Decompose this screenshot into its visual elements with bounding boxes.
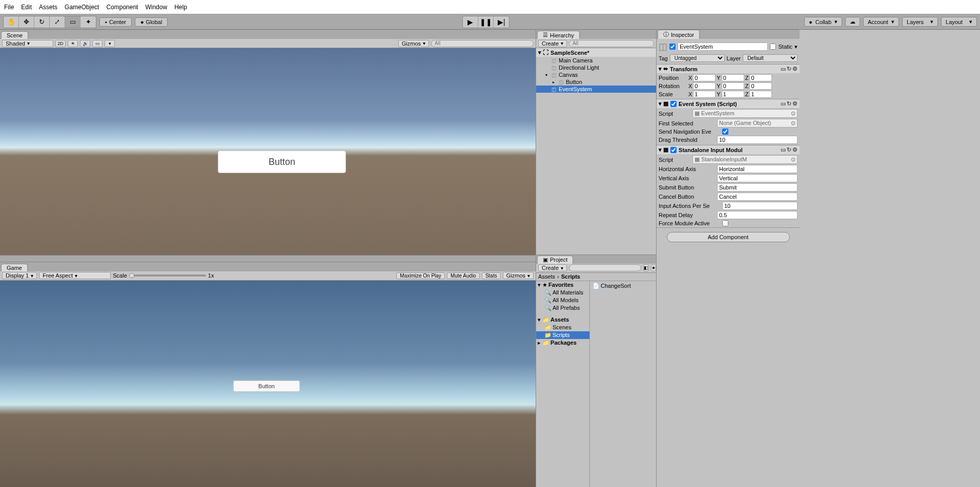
cloud-button[interactable]: ☁ bbox=[845, 17, 860, 27]
project-create[interactable]: Create ▾ bbox=[538, 264, 567, 271]
hierarchy-item-canvas[interactable]: ▾◫Canvas bbox=[536, 71, 656, 78]
2d-toggle[interactable]: 2D bbox=[55, 40, 66, 47]
scenes-folder[interactable]: 📁 Scenes bbox=[536, 324, 589, 331]
pos-x[interactable] bbox=[693, 74, 716, 81]
transform-tool[interactable]: ✦ bbox=[80, 16, 96, 28]
lighting-toggle[interactable]: ☀ bbox=[68, 40, 78, 47]
active-checkbox[interactable] bbox=[669, 44, 676, 50]
script-field[interactable]: ▦ EventSystem⊙ bbox=[692, 109, 798, 118]
project-asset-changesort[interactable]: 📄 ChangeSort bbox=[591, 282, 655, 290]
account-dropdown[interactable]: Account ▾ bbox=[863, 17, 899, 27]
scale-x[interactable] bbox=[693, 91, 716, 98]
menu-file[interactable]: File bbox=[4, 4, 14, 11]
menu-component[interactable]: Component bbox=[106, 4, 138, 11]
eventsystem-header[interactable]: ▾ ▦ Event System (Script)▭ ↻ ⚙ bbox=[657, 99, 800, 108]
scale-z[interactable] bbox=[749, 91, 772, 98]
layer-dropdown[interactable]: Default bbox=[743, 54, 798, 62]
effects-toggle[interactable]: ▭ bbox=[92, 40, 103, 47]
pivot-center-toggle[interactable]: ▪ Center bbox=[99, 17, 132, 27]
gear-icon[interactable]: ⚙ bbox=[792, 66, 798, 72]
stats-toggle[interactable]: Stats bbox=[482, 272, 501, 279]
display-dropdown[interactable]: Display 1 ▾ bbox=[2, 272, 37, 279]
inputmodule-header[interactable]: ▾ ▦ Standalone Input Modul▭ ↻ ⚙ bbox=[657, 145, 800, 154]
scene-tab[interactable]: Scene bbox=[1, 31, 28, 39]
scene-view[interactable]: Button bbox=[0, 48, 536, 255]
collab-dropdown[interactable]: ● Collab ▾ bbox=[804, 17, 842, 27]
actions-input[interactable] bbox=[722, 202, 798, 210]
project-tab[interactable]: ▣ Project bbox=[537, 256, 573, 264]
shading-mode-dropdown[interactable]: Shaded ▾ bbox=[2, 40, 53, 47]
reset-icon[interactable]: ↻ bbox=[787, 146, 791, 153]
menu-gameobject[interactable]: GameObject bbox=[65, 4, 99, 11]
layers-dropdown[interactable]: Layers ▾ bbox=[902, 17, 938, 27]
hierarchy-item-light[interactable]: ◫Directional Light bbox=[536, 64, 656, 71]
maximize-toggle[interactable]: Maximize On Play bbox=[396, 272, 445, 279]
scripts-folder[interactable]: 📁 Scripts bbox=[536, 331, 589, 339]
favorites-folder[interactable]: ▾ ★ Favorites bbox=[536, 281, 589, 289]
gear-icon[interactable]: ⚙ bbox=[792, 146, 798, 153]
game-gizmos-dropdown[interactable]: Gizmos ▾ bbox=[503, 272, 534, 279]
hierarchy-tab[interactable]: ☰ Hierarchy bbox=[537, 31, 580, 39]
transform-header[interactable]: ▾ ⬌ Transform▭ ↻ ⚙ bbox=[657, 65, 800, 73]
game-tab[interactable]: Game bbox=[1, 264, 28, 271]
submit-input[interactable] bbox=[717, 183, 798, 192]
inputmodule-enable[interactable] bbox=[670, 147, 677, 153]
script-field-2[interactable]: ▦ StandaloneInputM⊙ bbox=[692, 155, 798, 164]
gizmos-dropdown[interactable]: Gizmos ▾ bbox=[398, 40, 429, 47]
rotate-tool[interactable]: ↻ bbox=[34, 16, 50, 28]
scene-canvas-button[interactable]: Button bbox=[218, 151, 346, 173]
breadcrumb-scripts[interactable]: Scripts bbox=[561, 273, 580, 280]
assets-folder[interactable]: ▾ 📁 Assets bbox=[536, 316, 589, 324]
pos-z[interactable] bbox=[749, 74, 772, 81]
gizmos-extra[interactable]: ▾ bbox=[105, 40, 115, 47]
cancel-input[interactable] bbox=[717, 193, 798, 201]
project-filter-1[interactable]: ◧ bbox=[643, 264, 649, 271]
pause-button[interactable]: ❚❚ bbox=[478, 16, 494, 28]
eventsystem-enable[interactable] bbox=[670, 101, 677, 107]
step-button[interactable]: ▶| bbox=[494, 16, 509, 28]
help-icon[interactable]: ▭ bbox=[781, 66, 786, 72]
v-axis-input[interactable] bbox=[717, 174, 798, 182]
scale-tool[interactable]: ⤢ bbox=[50, 16, 65, 28]
menu-help[interactable]: Help bbox=[174, 4, 187, 11]
add-component-button[interactable]: Add Component bbox=[667, 232, 790, 242]
drag-threshold-input[interactable] bbox=[717, 136, 798, 144]
gameobject-name-input[interactable] bbox=[678, 43, 768, 51]
game-canvas-button[interactable]: Button bbox=[233, 380, 300, 392]
menu-edit[interactable]: Edit bbox=[21, 4, 32, 11]
hierarchy-item-eventsystem[interactable]: ◫EventSystem bbox=[536, 86, 656, 93]
project-search[interactable] bbox=[569, 264, 641, 271]
play-button[interactable]: ▶ bbox=[463, 16, 478, 28]
aspect-dropdown[interactable]: Free Aspect ▾ bbox=[39, 272, 111, 279]
pos-y[interactable] bbox=[722, 74, 744, 81]
move-tool[interactable]: ✥ bbox=[19, 16, 34, 28]
breadcrumb-assets[interactable]: Assets bbox=[538, 273, 555, 280]
hierarchy-search[interactable] bbox=[569, 40, 654, 47]
first-selected-field[interactable]: None (Game Object)⊙ bbox=[717, 119, 798, 128]
force-checkbox[interactable] bbox=[722, 220, 728, 226]
repeat-input[interactable] bbox=[717, 211, 798, 219]
packages-folder[interactable]: ▸ 📁 Packages bbox=[536, 339, 589, 347]
hierarchy-create[interactable]: Create ▾ bbox=[538, 40, 567, 47]
rot-x[interactable] bbox=[693, 82, 716, 90]
scale-slider[interactable] bbox=[129, 274, 206, 277]
fav-all-prefabs[interactable]: 🔍 All Prefabs bbox=[536, 304, 589, 312]
h-axis-input[interactable] bbox=[717, 165, 798, 173]
tag-dropdown[interactable]: Untagged bbox=[670, 54, 725, 62]
help-icon[interactable]: ▭ bbox=[781, 100, 786, 107]
reset-icon[interactable]: ↻ bbox=[787, 100, 791, 107]
scale-y[interactable] bbox=[722, 91, 744, 98]
hand-tool[interactable]: ✋ bbox=[4, 16, 19, 28]
hierarchy-item-button[interactable]: ▸◫Button bbox=[536, 78, 656, 86]
project-filter-2[interactable]: ★ bbox=[651, 264, 656, 271]
scene-search[interactable] bbox=[431, 40, 534, 47]
hierarchy-item-camera[interactable]: ◫Main Camera bbox=[536, 57, 656, 64]
hierarchy-scene-name[interactable]: ▾ ⛶ SampleScene* bbox=[536, 48, 656, 57]
rect-tool[interactable]: ▭ bbox=[65, 16, 80, 28]
mute-toggle[interactable]: Mute Audio bbox=[447, 272, 480, 279]
send-nav-checkbox[interactable] bbox=[722, 129, 728, 135]
layout-dropdown[interactable]: Layout ▾ bbox=[941, 17, 977, 27]
fav-all-models[interactable]: 🔍 All Models bbox=[536, 297, 589, 304]
local-global-toggle[interactable]: ● Global bbox=[135, 17, 168, 27]
audio-toggle[interactable]: 🔊 bbox=[80, 40, 90, 47]
